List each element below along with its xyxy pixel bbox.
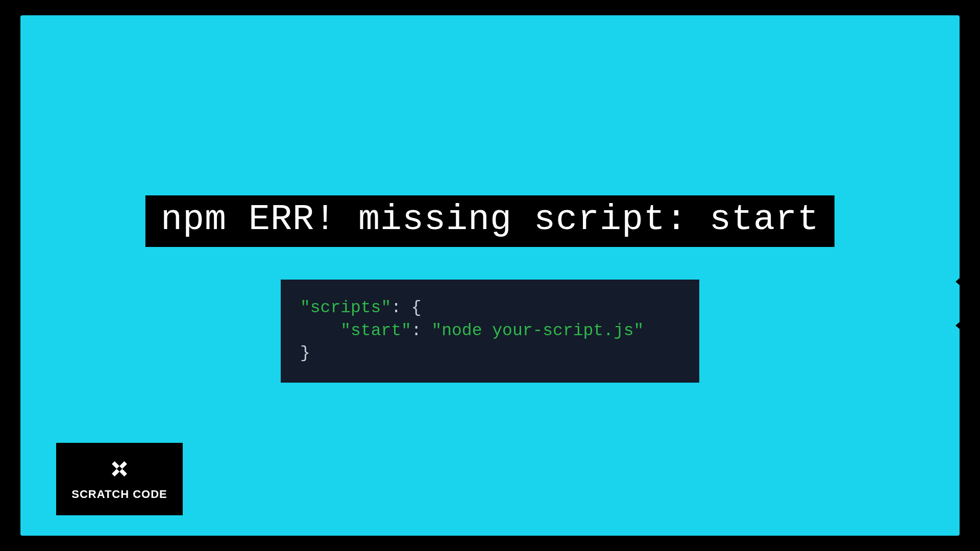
error-banner: npm ERR! missing script: start	[145, 195, 835, 247]
code-value-node: "node your-script.js"	[431, 321, 644, 340]
code-snippet: "scripts": { "start": "node your-script.…	[281, 280, 699, 383]
code-colon: :	[411, 321, 432, 340]
code-key-scripts: "scripts"	[300, 298, 391, 317]
slide-frame: npm ERR! missing script: start "scripts"…	[20, 15, 960, 536]
svg-rect-2	[119, 461, 127, 469]
code-key-start: "start"	[340, 321, 411, 340]
code-brace-close: }	[300, 344, 310, 363]
frame-notch-decoration	[955, 319, 963, 332]
brand-label: SCRATCH CODE	[71, 488, 167, 501]
angle-brackets-icon	[108, 457, 131, 481]
svg-rect-1	[119, 469, 127, 477]
svg-rect-3	[112, 469, 119, 477]
code-indent	[300, 321, 340, 340]
code-brace-open: : {	[391, 298, 421, 317]
brand-badge: SCRATCH CODE	[56, 443, 183, 515]
frame-notch-decoration	[955, 276, 963, 288]
svg-rect-0	[112, 461, 119, 469]
